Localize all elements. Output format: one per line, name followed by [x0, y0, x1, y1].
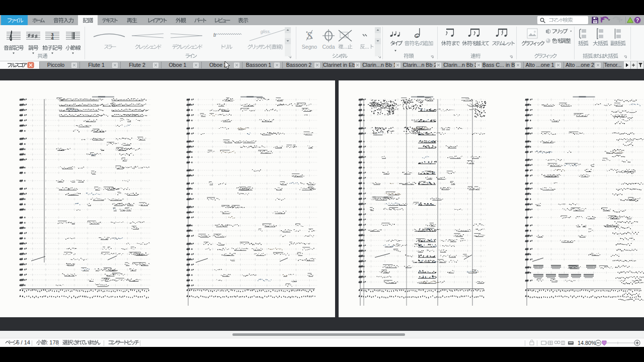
svg-text:Alto ...one 1: Alto ...one 1: [525, 62, 554, 68]
svg-text:Clarin...n Bb 1: Clarin...n Bb 1: [362, 62, 396, 68]
svg-text:Bassoon 2: Bassoon 2: [286, 62, 312, 68]
svg-text:Bass C... in Bb: Bass C... in Bb: [482, 62, 518, 68]
svg-text:Piccolo: Piccolo: [47, 62, 65, 68]
svg-text:6 / 14: 6 / 14: [16, 339, 30, 345]
svg-text:Tenor...: Tenor...: [604, 62, 621, 68]
svg-text:Flute 2: Flute 2: [129, 62, 145, 68]
svg-text:Alto ...one 2: Alto ...one 2: [566, 62, 594, 68]
svg-text:Oboe 1: Oboe 1: [169, 62, 186, 68]
svg-text:Clarin...n Bb 2: Clarin...n Bb 2: [403, 62, 437, 68]
svg-text:?: ?: [636, 18, 639, 23]
svg-text:gliss.: gliss.: [261, 29, 271, 34]
svg-text:Segno: Segno: [302, 44, 317, 50]
svg-text:14.80%: 14.80%: [578, 340, 596, 346]
svg-text:Clarin...n Bb 3: Clarin...n Bb 3: [443, 62, 477, 68]
svg-text:Oboe 2: Oboe 2: [209, 62, 227, 68]
svg-text:4: 4: [51, 36, 53, 41]
svg-text:: 178: : 178: [46, 339, 58, 345]
svg-text:Clarinet in Eb: Clarinet in Eb: [323, 62, 355, 68]
svg-text:Bassoon 1: Bassoon 1: [246, 62, 272, 68]
svg-text:Flute 1: Flute 1: [88, 62, 105, 68]
svg-text:Coda: Coda: [322, 44, 335, 50]
